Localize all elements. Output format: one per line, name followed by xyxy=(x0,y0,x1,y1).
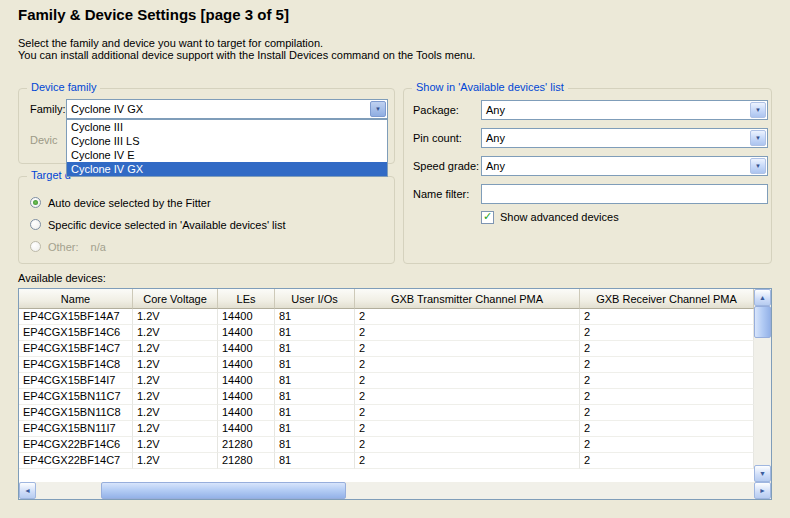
device-cell: 21280 xyxy=(218,453,275,469)
family-dropdown-option[interactable]: Cyclone III LS xyxy=(67,134,387,148)
column-header-name[interactable]: Name xyxy=(19,289,133,309)
device-label: Devic xyxy=(30,134,58,146)
device-cell: EP4CGX15BF14A7 xyxy=(19,309,133,325)
speed-grade-combobox[interactable]: Any ▼ xyxy=(481,156,768,176)
device-table-body: EP4CGX15BF14A71.2V144008122EP4CGX15BF14C… xyxy=(19,309,754,469)
chevron-down-icon: ▼ xyxy=(755,163,761,169)
device-cell: 1.2V xyxy=(133,437,218,453)
device-cell: 2 xyxy=(355,309,580,325)
device-cell: EP4CGX15BN11C8 xyxy=(19,405,133,421)
radio-row-auto-device[interactable]: Auto device selected by the Fitter xyxy=(30,196,211,209)
column-header-core-voltage[interactable]: Core Voltage xyxy=(133,289,218,309)
device-row[interactable]: EP4CGX15BF14C81.2V144008122 xyxy=(19,357,754,373)
device-row[interactable]: EP4CGX15BN11C71.2V144008122 xyxy=(19,389,754,405)
check-icon: ✓ xyxy=(483,211,492,222)
device-cell: 2 xyxy=(580,421,754,437)
device-row[interactable]: EP4CGX15BF14I71.2V144008122 xyxy=(19,373,754,389)
name-filter-input[interactable] xyxy=(481,184,768,204)
device-cell: 1.2V xyxy=(133,357,218,373)
device-cell: 2 xyxy=(580,405,754,421)
device-row[interactable]: EP4CGX22BF14C71.2V212808122 xyxy=(19,453,754,469)
device-cell: EP4CGX15BN11I7 xyxy=(19,421,133,437)
device-cell: 81 xyxy=(275,453,355,469)
device-cell: 2 xyxy=(580,373,754,389)
device-cell: 81 xyxy=(275,325,355,341)
package-combobox-value: Any xyxy=(486,104,505,117)
family-combobox-dropdown-button[interactable]: ▼ xyxy=(370,101,386,117)
device-row[interactable]: EP4CGX15BF14C61.2V144008122 xyxy=(19,325,754,341)
device-cell: 81 xyxy=(275,373,355,389)
device-row[interactable]: EP4CGX15BN11C81.2V144008122 xyxy=(19,405,754,421)
chevron-down-icon: ▼ xyxy=(755,135,761,141)
device-cell: 2 xyxy=(355,325,580,341)
device-cell: 81 xyxy=(275,341,355,357)
device-cell: 2 xyxy=(580,309,754,325)
family-combobox[interactable]: Cyclone IV GX ▼ xyxy=(66,99,388,119)
auto-device-radio[interactable] xyxy=(30,197,41,208)
vertical-scroll-thumb[interactable] xyxy=(754,306,771,338)
other-radio xyxy=(30,241,41,252)
device-cell: EP4CGX15BF14C8 xyxy=(19,357,133,373)
device-row[interactable]: EP4CGX15BF14C71.2V144008122 xyxy=(19,341,754,357)
column-header-user-ios[interactable]: User I/Os xyxy=(275,289,355,309)
device-cell: 14400 xyxy=(218,373,275,389)
device-cell: EP4CGX15BN11C7 xyxy=(19,389,133,405)
radio-row-specific-device[interactable]: Specific device selected in 'Available d… xyxy=(30,218,286,231)
speed-grade-combobox-dropdown-button[interactable]: ▼ xyxy=(750,158,766,174)
radio-row-other: Other: n/a xyxy=(30,240,106,253)
device-cell: 1.2V xyxy=(133,421,218,437)
horizontal-scrollbar[interactable]: ◄ ► xyxy=(19,482,771,499)
filter-group-label: Show in 'Available devices' list xyxy=(412,81,568,94)
package-combobox-dropdown-button[interactable]: ▼ xyxy=(750,102,766,118)
show-advanced-checkbox[interactable]: ✓ xyxy=(481,211,494,224)
device-cell: 2 xyxy=(580,437,754,453)
device-cell: 81 xyxy=(275,389,355,405)
arrow-left-icon: ◄ xyxy=(24,487,31,494)
chevron-down-icon: ▼ xyxy=(375,106,381,112)
device-cell: 14400 xyxy=(218,405,275,421)
vertical-scrollbar[interactable]: ▲ ▼ xyxy=(754,289,771,482)
chevron-down-icon: ▼ xyxy=(755,107,761,113)
device-row[interactable]: EP4CGX15BN11I71.2V144008122 xyxy=(19,421,754,437)
specific-device-radio[interactable] xyxy=(30,219,41,230)
family-dropdown-option[interactable]: Cyclone III xyxy=(67,120,387,134)
pin-count-combobox-value: Any xyxy=(486,132,505,145)
horizontal-scroll-thumb[interactable] xyxy=(101,482,346,499)
description-line-2: You can install additional device suppor… xyxy=(18,49,475,61)
package-combobox[interactable]: Any ▼ xyxy=(481,100,768,120)
device-cell: 2 xyxy=(580,389,754,405)
available-devices-label: Available devices: xyxy=(18,272,106,284)
device-cell: 81 xyxy=(275,437,355,453)
family-dropdown[interactable]: Cyclone IIICyclone III LSCyclone IV ECyc… xyxy=(66,119,388,177)
column-header-les[interactable]: LEs xyxy=(218,289,275,309)
device-cell: 2 xyxy=(580,453,754,469)
name-filter-label: Name filter: xyxy=(413,188,469,200)
arrow-up-icon: ▲ xyxy=(759,294,766,301)
device-cell: 1.2V xyxy=(133,309,218,325)
device-cell: 1.2V xyxy=(133,373,218,389)
family-dropdown-option[interactable]: Cyclone IV E xyxy=(67,148,387,162)
scroll-down-button[interactable]: ▼ xyxy=(754,465,771,482)
family-dropdown-option[interactable]: Cyclone IV GX xyxy=(67,162,387,176)
device-cell: 2 xyxy=(355,453,580,469)
device-row[interactable]: EP4CGX22BF14C61.2V212808122 xyxy=(19,437,754,453)
device-cell: 14400 xyxy=(218,389,275,405)
pin-count-combobox[interactable]: Any ▼ xyxy=(481,128,768,148)
device-cell: EP4CGX22BF14C6 xyxy=(19,437,133,453)
device-row[interactable]: EP4CGX15BF14A71.2V144008122 xyxy=(19,309,754,325)
arrow-down-icon: ▼ xyxy=(759,470,766,477)
table-header-row: Name Core Voltage LEs User I/Os GXB Tran… xyxy=(19,289,754,309)
column-header-gxb-receiver[interactable]: GXB Receiver Channel PMA xyxy=(580,289,754,309)
pin-count-combobox-dropdown-button[interactable]: ▼ xyxy=(750,130,766,146)
scroll-right-button[interactable]: ► xyxy=(754,482,771,499)
device-cell: 1.2V xyxy=(133,389,218,405)
device-cell: 1.2V xyxy=(133,325,218,341)
scroll-up-button[interactable]: ▲ xyxy=(754,289,771,306)
column-header-gxb-transmitter[interactable]: GXB Transmitter Channel PMA xyxy=(355,289,580,309)
device-cell: 2 xyxy=(355,421,580,437)
show-advanced-row[interactable]: ✓ Show advanced devices xyxy=(481,210,619,224)
other-radio-value: n/a xyxy=(91,241,106,253)
device-cell: 81 xyxy=(275,309,355,325)
scroll-left-button[interactable]: ◄ xyxy=(19,482,36,499)
speed-grade-combobox-value: Any xyxy=(486,160,505,173)
